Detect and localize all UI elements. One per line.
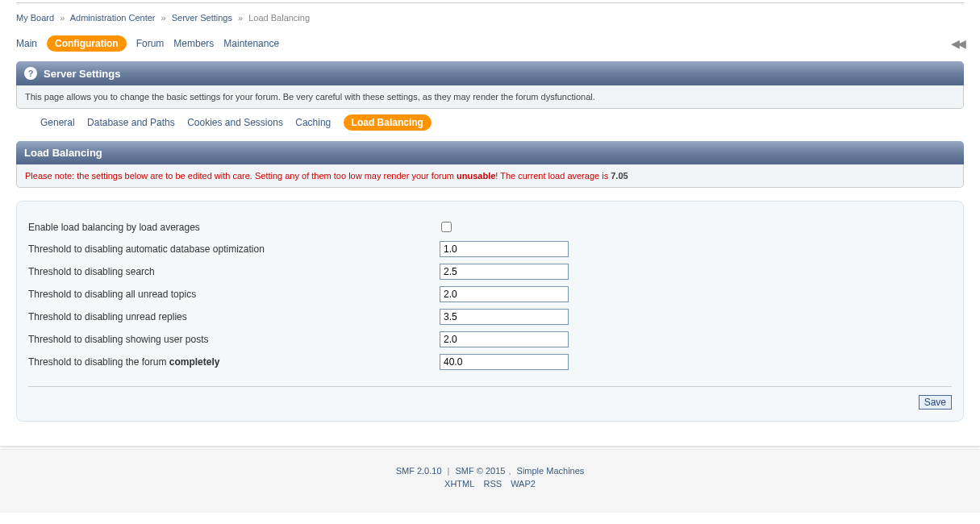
- subtab-load-balancing[interactable]: Load Balancing: [344, 114, 432, 131]
- footer-rss[interactable]: RSS: [483, 479, 502, 489]
- notice-unusable: unusable: [457, 171, 495, 181]
- tab-configuration[interactable]: Configuration: [47, 35, 127, 52]
- help-icon[interactable]: ?: [24, 67, 37, 80]
- subtab-general[interactable]: General: [40, 117, 75, 128]
- tab-maintenance[interactable]: Maintenance: [223, 38, 279, 49]
- breadcrumb-sep: »: [60, 13, 65, 23]
- footer-smf-copyright[interactable]: SMF © 2015: [456, 466, 506, 476]
- label-enable: Enable load balancing by load averages: [28, 222, 440, 233]
- notice: Please note: the settings below are to b…: [16, 164, 964, 188]
- notice-load-value: 7.05: [611, 171, 628, 181]
- section-header: ? Server Settings: [16, 61, 964, 85]
- label-user-posts: Threshold to disabling showing user post…: [28, 334, 440, 345]
- setting-all-unread: Threshold to disabling all unread topics: [28, 283, 952, 306]
- breadcrumb-link-board[interactable]: My Board: [16, 13, 54, 23]
- save-button[interactable]: Save: [919, 395, 952, 410]
- setting-user-posts: Threshold to disabling showing user post…: [28, 328, 952, 351]
- breadcrumb-link-server[interactable]: Server Settings: [172, 13, 232, 23]
- label-forum-completely: Threshold to disabling the forum complet…: [28, 356, 440, 368]
- subtab-cookies[interactable]: Cookies and Sessions: [187, 117, 283, 128]
- section-title: Server Settings: [44, 68, 120, 80]
- setting-enable: Enable load balancing by load averages: [28, 216, 952, 238]
- label-auto-db: Threshold to disabling automatic databas…: [28, 243, 440, 255]
- subtab-caching[interactable]: Caching: [295, 117, 331, 128]
- setting-forum-completely: Threshold to disabling the forum complet…: [28, 351, 952, 373]
- subtab-database[interactable]: Database and Paths: [87, 117, 175, 128]
- breadcrumb-sep: »: [238, 13, 243, 23]
- input-search[interactable]: [440, 264, 569, 280]
- breadcrumb-current: Load Balancing: [248, 13, 310, 23]
- settings-panel: Enable load balancing by load averages T…: [16, 201, 964, 422]
- notice-text-middle: ! The current load average is: [495, 171, 611, 181]
- footer-simple-machines[interactable]: Simple Machines: [517, 466, 585, 476]
- input-auto-db[interactable]: [440, 241, 569, 257]
- checkbox-enable[interactable]: [441, 222, 452, 232]
- divider: [28, 386, 952, 387]
- tab-members[interactable]: Members: [173, 38, 214, 49]
- setting-search: Threshold to disabling search: [28, 260, 952, 283]
- footer: SMF 2.0.10 | SMF © 2015, Simple Machines…: [0, 449, 980, 513]
- label-search: Threshold to disabling search: [28, 266, 440, 277]
- input-all-unread[interactable]: [440, 286, 569, 302]
- input-forum-completely[interactable]: [440, 354, 569, 370]
- setting-auto-db: Threshold to disabling automatic databas…: [28, 238, 952, 260]
- breadcrumb-link-admin[interactable]: Administration Center: [70, 13, 156, 23]
- footer-wap2[interactable]: WAP2: [511, 479, 536, 489]
- label-all-unread: Threshold to disabling all unread topics: [28, 289, 440, 300]
- admin-tabs: Main Configuration Forum Members Mainten…: [16, 31, 964, 61]
- footer-xhtml[interactable]: XHTML: [444, 479, 474, 489]
- notice-text-prefix: Please note: the settings below are to b…: [25, 171, 457, 181]
- tab-forum[interactable]: Forum: [136, 38, 165, 49]
- breadcrumb-sep: »: [161, 13, 166, 23]
- collapse-icon[interactable]: ◀◀: [951, 37, 964, 50]
- setting-unread-replies: Threshold to disabling unread replies: [28, 306, 952, 328]
- section-description: This page allows you to change the basic…: [16, 85, 964, 109]
- label-unread-replies: Threshold to disabling unread replies: [28, 311, 440, 322]
- sub-tabs: General Database and Paths Cookies and S…: [16, 109, 964, 136]
- breadcrumb: My Board » Administration Center » Serve…: [16, 10, 964, 31]
- tab-main[interactable]: Main: [16, 38, 37, 49]
- input-unread-replies[interactable]: [440, 309, 569, 325]
- panel-title: Load Balancing: [16, 141, 964, 164]
- input-user-posts[interactable]: [440, 331, 569, 347]
- footer-smf-version[interactable]: SMF 2.0.10: [396, 466, 442, 476]
